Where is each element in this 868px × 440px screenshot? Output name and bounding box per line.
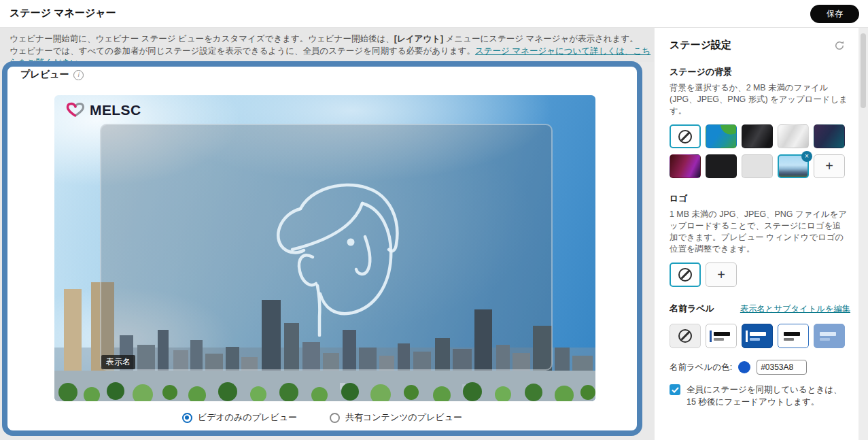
label-text-lines [784,332,800,341]
display-name-badge[interactable]: 表示名 [101,355,135,369]
avatar-placeholder-icon [265,173,408,337]
logo-options: + [670,263,845,287]
no-background-icon [678,130,692,143]
label-text-lines [750,332,766,341]
stage-logo[interactable]: MELSC [65,101,141,119]
save-button[interactable]: 保存 [810,5,859,23]
name-label-heading: 名前ラベル [670,303,714,315]
preview-mode-radios: ビデオのみのプレビュー 共有コンテンツのプレビュー [2,411,642,424]
info-icon[interactable]: i [73,70,84,80]
bg-thumb-city-photo-selected[interactable]: × [778,154,809,178]
name-label-style-light-left-bar[interactable] [706,324,737,348]
no-logo-icon [678,268,692,282]
stage-settings-sidebar: ステージ設定 ステージの背景 背景を選択するか、2 MB 未満のファイル (JP… [655,28,858,440]
bg-thumb-silver-wave[interactable] [778,124,809,148]
bg-thumb-purple-teal-gradient[interactable] [814,124,845,148]
radio-dot-icon [182,413,192,423]
name-label-color-row: 名前ラベルの色: [670,360,845,375]
name-label-style-options [670,324,845,348]
name-label-header: 名前ラベル 表示名とサブタイトルを編集 [670,303,850,315]
background-options-grid: × + [670,124,845,178]
refresh-icon[interactable] [834,40,845,51]
sidebar-scrollbar[interactable] [858,28,868,440]
label-text-lines [820,332,836,341]
label-accent-bar [710,331,712,342]
bg-thumb-none[interactable] [670,124,701,148]
background-description: 背景を選択するか、2 MB 未満のファイル (JPG、JPEG、PNG 形式) … [670,82,848,117]
bg-thumb-red-magenta-gradient[interactable] [670,154,701,178]
layout-menu-ref: [レイアウト] [394,34,443,44]
logo-heading: ロゴ [670,192,845,205]
radio-shared-content[interactable]: 共有コンテンツのプレビュー [330,411,462,424]
name-label-style-none[interactable] [670,324,701,348]
stage-manager-page: ステージ マネージャー 保存 ウェビナー開始前に、ウェビナー ステージ ビューを… [0,0,868,440]
scrollbar-thumb[interactable] [861,33,866,108]
color-label: 名前ラベルの色: [670,362,732,373]
label-accent-bar [746,331,748,342]
sync-fadeout-checkbox[interactable] [670,384,680,395]
brand-name: MELSC [90,102,141,118]
preview-title: プレビュー i [20,69,84,81]
stage-preview[interactable]: MELSC 表示名 [54,95,595,401]
bg-thumb-light-gray[interactable] [742,154,773,178]
background-heading: ステージの背景 [670,66,845,78]
logo-description: 1 MB 未満の JPG、JPEG、PNG ファイルをアップロードすることで、ス… [670,209,848,255]
color-value-input[interactable] [757,360,807,375]
info-banner: ウェビナー開始前に、ウェビナー ステージ ビューをカスタマイズできます。ウェビナ… [0,28,654,62]
banner-line1: ウェビナー開始前に、ウェビナー ステージ ビューをカスタマイズできます。ウェビナ… [10,33,654,46]
logo-thumb-none-selected[interactable] [670,263,701,287]
radio-video-only[interactable]: ビデオのみのプレビュー [182,411,297,424]
bg-thumb-dark-wave[interactable] [742,124,773,148]
name-label-style-translucent[interactable] [814,324,845,348]
add-background-button[interactable]: + [814,154,845,178]
name-label-style-outlined[interactable] [778,324,809,348]
add-logo-button[interactable]: + [706,263,737,287]
top-bar: ステージ マネージャー 保存 [0,0,868,28]
page-title: ステージ マネージャー [10,7,116,20]
check-icon [672,387,679,393]
edit-display-name-link[interactable]: 表示名とサブタイトルを編集 [740,303,850,315]
radio-dot-icon [330,413,340,423]
bg-thumb-black[interactable] [706,154,737,178]
bg-thumb-blue-green-gradient[interactable] [706,124,737,148]
label-text-lines [714,332,730,341]
sync-fadeout-text: 全員にステージを同期しているときは、15 秒後にフェードアウトします。 [687,384,845,408]
settings-title: ステージ設定 [670,39,731,52]
no-name-label-icon [678,329,692,343]
color-swatch[interactable] [738,361,750,373]
settings-header: ステージ設定 [670,39,845,52]
name-label-style-blue-selected[interactable] [742,324,773,348]
sync-fadeout-row: 全員にステージを同期しているときは、15 秒後にフェードアウトします。 [670,384,845,408]
delete-background-icon[interactable]: × [801,151,812,162]
melsc-heart-icon [65,101,86,119]
